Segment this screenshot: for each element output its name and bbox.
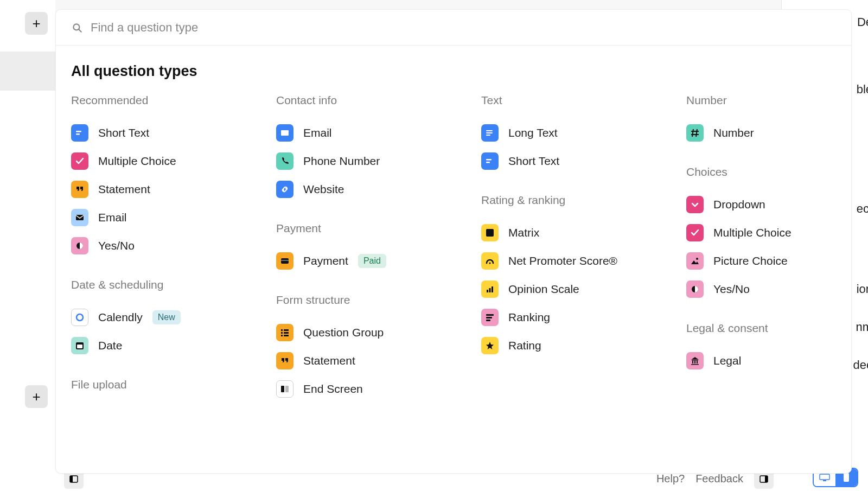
bars-icon (481, 280, 499, 298)
paid-badge: Paid (358, 254, 386, 268)
question-type-item[interactable]: Picture Choice (686, 247, 852, 275)
item-label: Net Promoter Score® (508, 254, 617, 267)
contrast-icon (71, 237, 88, 254)
column: RecommendedShort TextMultiple ChoiceStat… (71, 94, 256, 422)
chevron-down-icon (686, 196, 704, 213)
item-label: Website (303, 183, 344, 196)
new-badge: New (152, 310, 181, 324)
calendar-icon (71, 337, 88, 354)
question-type-item[interactable]: Legal (686, 347, 852, 375)
mail-icon (71, 209, 88, 226)
question-type-item[interactable]: Rating (481, 331, 666, 360)
image-icon (686, 252, 704, 270)
question-type-item[interactable]: Ranking (481, 303, 666, 331)
question-type-item[interactable]: Website (276, 175, 461, 203)
item-label: Payment (303, 254, 348, 267)
item-label: Short Text (98, 126, 149, 139)
item-label: Calendly (98, 311, 143, 324)
svg-rect-37 (844, 473, 849, 482)
question-type-item[interactable]: Short Text (71, 119, 256, 147)
list-icon (276, 324, 293, 341)
matrix-icon (481, 224, 499, 241)
question-group: NumberNumber (686, 94, 852, 147)
add-question-button[interactable]: + (25, 12, 48, 35)
question-type-item[interactable]: PaymentPaid (276, 247, 461, 275)
column: TextLong TextShort TextRating & rankingM… (481, 94, 666, 422)
question-type-item[interactable]: Statement (71, 175, 256, 203)
left-column: + + (0, 0, 55, 491)
item-label: Legal (713, 354, 741, 367)
rh-4: nm (856, 320, 868, 334)
item-label: End Screen (303, 382, 363, 396)
gauge-icon (481, 252, 499, 270)
column: Contact infoEmailPhone NumberWebsitePaym… (276, 94, 461, 422)
question-type-item[interactable]: Email (276, 119, 461, 147)
question-type-item[interactable]: Yes/No (71, 232, 256, 260)
question-type-item[interactable]: Yes/No (686, 275, 852, 303)
endscreen-icon (276, 380, 293, 398)
rh-3: ion (857, 282, 868, 296)
question-group: Legal & consentLegal (686, 322, 852, 375)
question-group: RecommendedShort TextMultiple ChoiceStat… (71, 94, 256, 260)
question-type-item[interactable]: Date (71, 331, 256, 360)
star-icon (481, 337, 499, 354)
hash-icon (686, 124, 704, 142)
question-type-item[interactable]: Dropdown (686, 190, 852, 219)
card-icon (276, 252, 293, 270)
svg-rect-36 (823, 480, 826, 481)
question-type-item[interactable]: Multiple Choice (71, 147, 256, 175)
quote-icon (71, 181, 88, 198)
help-link[interactable]: Help? (656, 473, 685, 485)
item-label: Statement (98, 183, 150, 196)
question-group: Contact infoEmailPhone NumberWebsite (276, 94, 461, 203)
link-icon (276, 181, 293, 198)
group-title: Date & scheduling (71, 278, 256, 291)
svg-rect-35 (820, 474, 829, 480)
group-title: Number (686, 94, 852, 107)
item-label: Picture Choice (713, 254, 788, 267)
question-type-item[interactable]: Number (686, 119, 852, 147)
item-label: Multiple Choice (713, 226, 792, 239)
item-label: Short Text (508, 155, 559, 168)
question-group: File upload (71, 378, 256, 391)
question-group: Date & schedulingCalendlyNewDate (71, 278, 256, 360)
question-type-item[interactable]: Question Group (276, 318, 461, 347)
rh-2: ect (857, 202, 868, 216)
question-type-item[interactable]: Phone Number (276, 147, 461, 175)
question-type-item[interactable]: Net Promoter Score® (481, 247, 666, 275)
question-type-item[interactable]: Statement (276, 347, 461, 375)
question-type-item[interactable]: CalendlyNew (71, 303, 256, 331)
bank-icon (686, 352, 704, 369)
rh-0: De (857, 15, 868, 29)
question-type-item[interactable]: Short Text (481, 147, 666, 175)
add-end-button[interactable]: + (25, 385, 48, 408)
check-icon (71, 152, 88, 170)
item-label: Statement (303, 354, 355, 367)
rank-icon (481, 309, 499, 326)
calendly-icon (71, 309, 88, 326)
group-title: Legal & consent (686, 322, 852, 335)
question-type-item[interactable]: Email (71, 203, 256, 232)
sidebar-selection (0, 52, 55, 91)
question-type-item[interactable]: Matrix (481, 219, 666, 247)
question-type-item[interactable]: Long Text (481, 119, 666, 147)
question-group: Rating & rankingMatrixNet Promoter Score… (481, 194, 666, 360)
check-icon (686, 224, 704, 241)
question-group: ChoicesDropdownMultiple ChoicePicture Ch… (686, 165, 852, 303)
group-title: Recommended (71, 94, 256, 107)
search-input[interactable] (91, 21, 836, 35)
question-type-item[interactable]: Opinion Scale (481, 275, 666, 303)
group-title: File upload (71, 378, 256, 391)
item-label: Question Group (303, 326, 384, 339)
question-type-item[interactable]: End Screen (276, 375, 461, 403)
short-text-icon (71, 124, 88, 142)
item-label: Ranking (508, 311, 550, 324)
rh-5: dec (853, 358, 868, 372)
mail-icon (276, 124, 293, 142)
group-title: Choices (686, 165, 852, 178)
question-type-panel: All question types RecommendedShort Text… (55, 9, 852, 474)
item-label: Phone Number (303, 155, 380, 168)
question-type-item[interactable]: Multiple Choice (686, 219, 852, 247)
feedback-link[interactable]: Feedback (695, 473, 743, 485)
question-group: Form structureQuestion GroupStatementEnd… (276, 294, 461, 403)
